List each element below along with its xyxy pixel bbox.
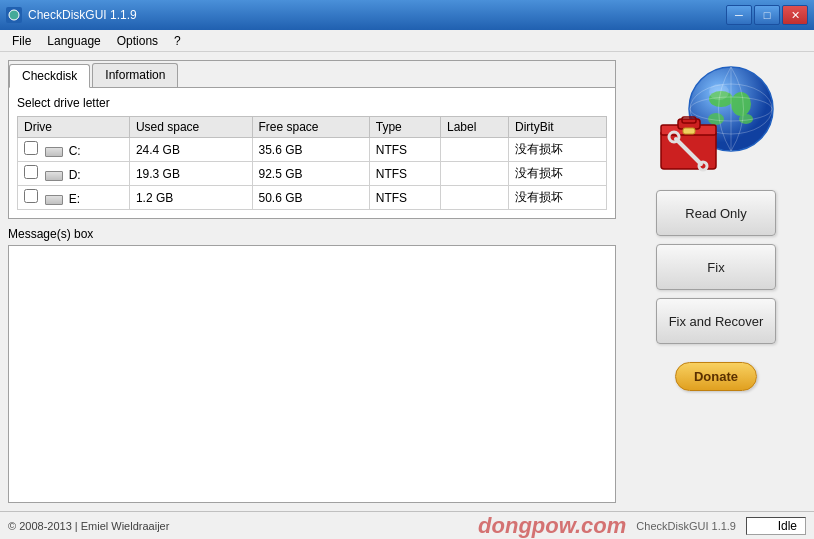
tab-panel: Checkdisk Information Select drive lette… [8, 60, 616, 219]
fix-recover-button[interactable]: Fix and Recover [656, 298, 776, 344]
cell-drive: D: [18, 162, 130, 186]
cell-used: 19.3 GB [129, 162, 252, 186]
cell-used: 24.4 GB [129, 138, 252, 162]
message-label: Message(s) box [8, 227, 616, 241]
svg-point-3 [731, 92, 751, 116]
app-icon-small [6, 7, 22, 23]
right-panel: Read Only Fix Fix and Recover Donate [626, 60, 806, 503]
col-dirtybit: DirtyBit [509, 117, 607, 138]
table-row[interactable]: D: 19.3 GB 92.5 GB NTFS 没有损坏 [18, 162, 607, 186]
tabs: Checkdisk Information [9, 61, 615, 88]
table-row[interactable]: E: 1.2 GB 50.6 GB NTFS 没有损坏 [18, 186, 607, 210]
svg-point-9 [709, 84, 729, 100]
cell-dirtybit: 没有损坏 [509, 186, 607, 210]
drive-checkbox[interactable] [24, 141, 38, 155]
main-content: Checkdisk Information Select drive lette… [0, 52, 814, 511]
svg-point-5 [739, 114, 753, 124]
cell-label [440, 186, 508, 210]
col-drive: Drive [18, 117, 130, 138]
drive-icon [45, 195, 63, 205]
left-panel: Checkdisk Information Select drive lette… [8, 60, 616, 503]
drive-checkbox[interactable] [24, 189, 38, 203]
tab-information[interactable]: Information [92, 63, 178, 87]
col-free: Free space [252, 117, 369, 138]
maximize-button[interactable]: □ [754, 5, 780, 25]
cell-drive: C: [18, 138, 130, 162]
cell-label [440, 162, 508, 186]
cell-used: 1.2 GB [129, 186, 252, 210]
cell-free: 50.6 GB [252, 186, 369, 210]
drive-section-label: Select drive letter [17, 96, 607, 110]
menu-language[interactable]: Language [39, 32, 108, 50]
cell-dirtybit: 没有损坏 [509, 162, 607, 186]
cell-drive: E: [18, 186, 130, 210]
cell-type: NTFS [369, 186, 440, 210]
status-bar: © 2008-2013 | Emiel Wieldraaijer dongpow… [0, 511, 814, 539]
col-used: Used space [129, 117, 252, 138]
menu-file[interactable]: File [4, 32, 39, 50]
drive-icon [45, 147, 63, 157]
drive-icon [45, 171, 63, 181]
col-type: Type [369, 117, 440, 138]
menu-bar: File Language Options ? [0, 30, 814, 52]
status-idle: Idle [746, 517, 806, 535]
donate-button[interactable]: Donate [675, 362, 757, 391]
message-section: Message(s) box [8, 227, 616, 503]
window-controls: ─ □ ✕ [726, 5, 808, 25]
cell-type: NTFS [369, 162, 440, 186]
menu-options[interactable]: Options [109, 32, 166, 50]
svg-rect-14 [683, 128, 695, 134]
col-label: Label [440, 117, 508, 138]
cell-label [440, 138, 508, 162]
status-watermark: dongpow.com [478, 513, 626, 539]
cell-dirtybit: 没有损坏 [509, 138, 607, 162]
status-version: CheckDiskGUI 1.1.9 [636, 520, 736, 532]
message-textarea[interactable] [8, 245, 616, 503]
menu-help[interactable]: ? [166, 32, 189, 50]
toolbox-icon [656, 109, 726, 174]
read-only-button[interactable]: Read Only [656, 190, 776, 236]
tab-checkdisk[interactable]: Checkdisk [9, 64, 90, 88]
table-row[interactable]: C: 24.4 GB 35.6 GB NTFS 没有损坏 [18, 138, 607, 162]
cell-free: 92.5 GB [252, 162, 369, 186]
title-bar: CheckDiskGUI 1.1.9 ─ □ ✕ [0, 0, 814, 30]
fix-button[interactable]: Fix [656, 244, 776, 290]
close-button[interactable]: ✕ [782, 5, 808, 25]
status-copyright: © 2008-2013 | Emiel Wieldraaijer [8, 520, 468, 532]
tab-content-checkdisk: Select drive letter Drive Used space Fre… [9, 88, 615, 218]
drive-checkbox[interactable] [24, 165, 38, 179]
minimize-button[interactable]: ─ [726, 5, 752, 25]
drive-table: Drive Used space Free space Type Label D… [17, 116, 607, 210]
action-buttons: Read Only Fix Fix and Recover Donate [626, 190, 806, 391]
cell-type: NTFS [369, 138, 440, 162]
app-illustration [656, 64, 776, 174]
cell-free: 35.6 GB [252, 138, 369, 162]
window-title: CheckDiskGUI 1.1.9 [28, 8, 726, 22]
svg-point-0 [9, 10, 19, 20]
